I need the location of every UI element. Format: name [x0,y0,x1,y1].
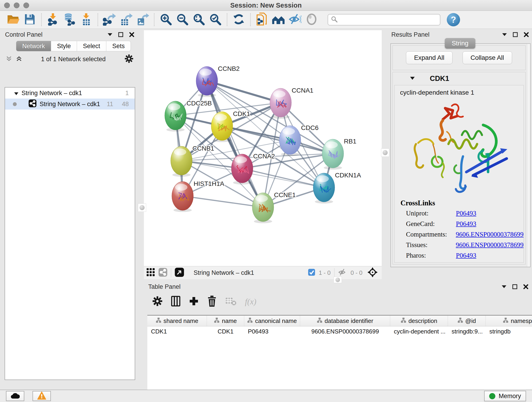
left-splitter-handle[interactable] [138,204,146,212]
minimize-window-button[interactable] [14,2,19,8]
node-label-rb1: RB1 [344,138,356,145]
network-node-ccnb1[interactable]: CCNB1 [171,145,214,177]
results-scrollbar[interactable] [527,44,530,267]
network-edge[interactable] [207,81,263,207]
network-node-rb1[interactable]: RB1 [322,138,356,170]
expand-all-button[interactable]: Expand All [406,51,452,64]
tab-style[interactable]: Style [51,41,77,51]
section-expander-icon[interactable] [410,77,415,81]
create-column-icon[interactable] [189,296,199,307]
zoom-window-button[interactable] [23,2,29,8]
refresh-view-button[interactable] [230,12,247,27]
collapse-all-button[interactable]: Collapse All [462,51,512,64]
export-table-button[interactable] [118,12,134,27]
import-network-file-button[interactable] [45,12,61,27]
column-header-namespace[interactable]: namespace [486,316,532,326]
save-session-button[interactable] [22,12,38,27]
panel-menu-caret-icon[interactable] [502,33,507,36]
tree-expander-icon[interactable] [14,89,18,97]
crosslink-value-link[interactable]: 9606.ENSP00000378699 [456,230,524,238]
home-networks-button[interactable] [270,12,287,27]
crosslink-value-link[interactable]: P06493 [456,220,476,228]
network-node-hist1h1a[interactable]: HIST1H1A [172,180,224,212]
node-label-ccna1: CCNA1 [292,87,313,94]
network-collection-row[interactable]: String Network – cdk1 1 [5,88,135,99]
zoom-in-button[interactable] [158,12,174,27]
network-node-cdkn1a[interactable]: CDKN1A [313,172,361,204]
float-panel-icon[interactable] [512,284,517,289]
network-view-panel[interactable]: CCNB2CCNA1CDC25BCDK1CDC6RB1CCNB1CCNA2CDK… [144,30,382,279]
network-node-cdc6[interactable]: CDC6 [279,124,318,156]
table-row[interactable]: CDK1 CDK1 P06493 9606.ENSP00000378699 cy… [147,326,532,337]
network-edge[interactable] [207,81,281,103]
crosslink-value-link[interactable]: 9606.ENSP00000378699 [456,241,524,249]
fit-content-crosshair-icon[interactable] [367,267,378,278]
tab-select[interactable]: Select [77,41,106,51]
panel-menu-caret-icon[interactable] [108,33,112,36]
search-box[interactable] [328,14,440,26]
import-network-database-button[interactable] [61,12,78,27]
show-column-icon[interactable] [171,296,180,307]
network-node-ccne1[interactable]: CCNE1 [252,191,296,223]
gene-section-header[interactable]: CDK1 [393,72,525,85]
grid-view-icon[interactable] [147,268,155,277]
network-edge[interactable] [242,168,324,187]
network-canvas[interactable]: CCNB2CCNA1CDC25BCDK1CDC6RB1CCNB1CCNA2CDK… [144,30,382,266]
zoom-fit-button[interactable] [191,12,207,27]
hide-unhide-button[interactable] [287,12,303,27]
birdseye-view-icon[interactable] [175,268,184,278]
zoom-selected-icon [209,13,222,26]
export-network-button[interactable] [101,12,118,27]
export-image-button[interactable] [134,12,151,27]
cloud-status-button[interactable] [6,391,24,401]
network-node-ccna2[interactable]: CCNA2 [231,153,275,185]
search-input[interactable] [338,16,437,24]
close-window-button[interactable] [4,2,10,8]
network-node-cdk1[interactable]: CDK1 [211,110,250,142]
memory-button[interactable]: Memory [484,391,526,401]
column-header-canonical-name[interactable]: canonical name [244,316,300,326]
network-node-cdc25b[interactable]: CDC25B [165,100,212,132]
string-app-icon [29,99,36,109]
crosslink-value-link[interactable]: P06493 [456,252,476,259]
tab-network[interactable]: Network [16,41,51,51]
crosslink-label: Compartments: [406,230,456,238]
network-node-ccnb2[interactable]: CCNB2 [196,65,240,97]
close-panel-icon[interactable] [523,284,528,289]
clone-network-button[interactable] [254,12,270,27]
collapse-all-networks-icon[interactable] [6,56,12,63]
warnings-button[interactable] [32,391,51,401]
network-edge[interactable] [183,196,263,207]
bottom-splitter-handle[interactable] [334,277,342,283]
close-panel-icon[interactable] [524,32,529,37]
node-label-cdk1: CDK1 [233,110,250,117]
column-header-name[interactable]: name [207,316,244,326]
close-panel-icon[interactable] [129,32,134,37]
gene-section: CDK1 cyclin-dependent kinase 1 [393,72,526,264]
column-header-id[interactable]: @id [448,316,486,326]
string-view-icon[interactable] [158,268,167,278]
float-panel-icon[interactable] [513,32,518,37]
panel-menu-caret-icon[interactable] [502,285,506,288]
show-graphics-toggle[interactable] [303,12,320,27]
expand-all-networks-icon[interactable] [16,56,22,63]
network-row[interactable]: String Network – cdk1 11 48 [5,99,135,109]
document-network-icon [256,13,268,27]
column-header-database-identifier[interactable]: database identifier [300,316,390,326]
tab-sets[interactable]: Sets [106,41,131,51]
tab-string-results[interactable]: String [445,38,475,49]
column-header-shared-name[interactable]: shared name [147,316,207,326]
open-session-button[interactable] [5,12,22,27]
crosslink-label: Uniprot: [406,210,456,217]
import-table-button[interactable] [78,12,94,27]
delete-column-trash-icon[interactable] [207,296,216,307]
zoom-out-button[interactable] [174,12,191,27]
gear-icon[interactable] [125,54,133,64]
toolbar-separator [250,13,251,26]
zoom-selected-button[interactable] [207,12,224,27]
crosslink-value-link[interactable]: P06493 [456,210,476,217]
float-panel-icon[interactable] [118,32,123,37]
column-header-description[interactable]: description [390,316,448,326]
help-button[interactable]: ? [447,13,460,26]
gear-icon[interactable] [152,296,162,307]
